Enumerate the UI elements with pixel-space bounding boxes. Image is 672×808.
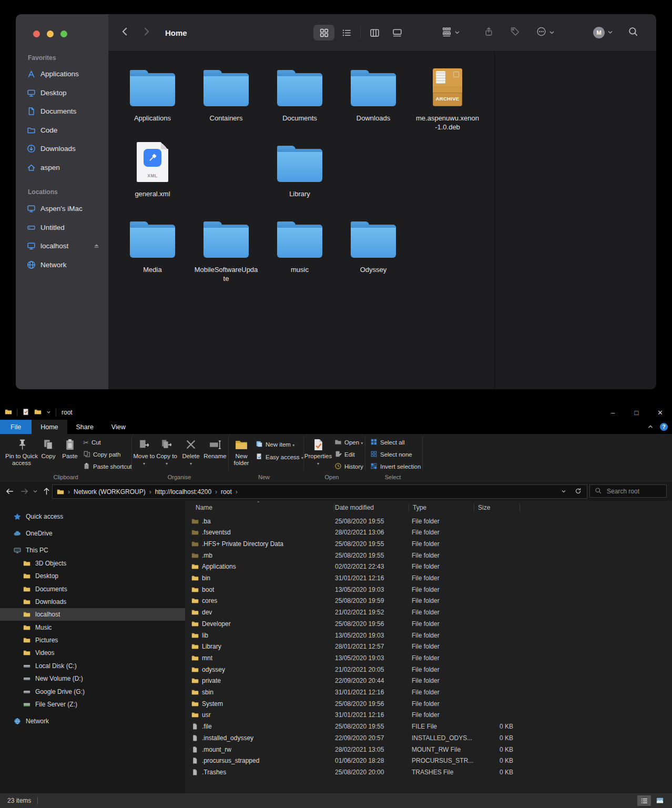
sidebar-item-desktop[interactable]: Desktop xyxy=(0,570,185,582)
minimize-ribbon-icon[interactable] xyxy=(647,422,654,432)
sidebar-item-desktop[interactable]: Desktop xyxy=(16,84,108,103)
maximize-icon[interactable]: □ xyxy=(625,405,648,420)
sidebar-item-file-server-z[interactable]: File Server (Z:) xyxy=(0,698,185,711)
file-row-developer[interactable]: Developer25/08/2020 19:56File folder xyxy=(185,618,672,629)
file-row-ba[interactable]: .ba25/08/2020 19:55File folder xyxy=(185,516,672,527)
back-icon[interactable] xyxy=(120,27,130,39)
sidebar-item-documents[interactable]: Documents xyxy=(16,102,108,121)
copy-button[interactable]: Copy xyxy=(38,436,59,460)
new-item-button[interactable]: New item ▾ xyxy=(256,439,294,450)
delete-button[interactable]: Delete▾ xyxy=(179,436,203,467)
file-row-usr[interactable]: usr31/01/2021 12:16File folder xyxy=(185,710,672,721)
column-header-size[interactable]: Size xyxy=(478,501,490,514)
file-row-library[interactable]: Library28/01/2021 12:57File folder xyxy=(185,641,672,652)
search-icon[interactable] xyxy=(628,26,638,39)
file-row-boot[interactable]: boot13/05/2020 19:03File folder xyxy=(185,584,672,595)
sidebar-item-new-volume-d[interactable]: New Volume (D:) xyxy=(0,672,185,685)
list-view-button[interactable] xyxy=(336,25,357,41)
gallery-view-button[interactable] xyxy=(386,25,408,41)
sidebar-item-downloads[interactable]: Downloads xyxy=(0,595,185,608)
sidebar-item-3d-objects[interactable]: 3D Objects xyxy=(0,557,185,570)
sidebar-item-localhost[interactable]: localhost xyxy=(16,237,108,256)
finder-item-odyssey[interactable]: Odyssey xyxy=(337,217,410,274)
file-row-system[interactable]: System25/08/2020 19:56File folder xyxy=(185,698,672,709)
finder-item-library[interactable]: Library xyxy=(263,141,337,198)
forward-icon[interactable] xyxy=(20,487,29,496)
finder-item-containers[interactable]: Containers xyxy=(189,65,263,123)
sidebar-item-network[interactable]: Network xyxy=(0,715,185,728)
finder-item-downloads[interactable]: Downloads xyxy=(337,65,410,123)
pin-to-quick-access-button[interactable]: Pin to Quick access xyxy=(3,436,40,467)
file-row-lib[interactable]: lib13/05/2020 19:03File folder xyxy=(185,630,672,641)
sort-indicator-icon[interactable]: ⌃ xyxy=(257,501,260,506)
sidebar-item-google-drive-g[interactable]: Google Drive (G:) xyxy=(0,685,185,698)
new-folder-button[interactable]: New folder xyxy=(229,436,253,467)
finder-item-applications[interactable]: Applications xyxy=(116,65,189,123)
sidebar-item-downloads[interactable]: Downloads xyxy=(16,139,108,158)
column-resize-handle[interactable] xyxy=(334,503,334,512)
sidebar-item-this-pc[interactable]: This PC xyxy=(0,544,185,557)
rename-button[interactable]: Rename xyxy=(203,436,227,460)
file-row-installed-odyssey[interactable]: .installed_odyssey22/09/2020 20:57INSTAL… xyxy=(185,732,672,743)
select-none-button[interactable]: Select none xyxy=(370,449,412,460)
file-row-sbin[interactable]: sbin31/01/2021 12:16File folder xyxy=(185,687,672,698)
sidebar-item-documents[interactable]: Documents xyxy=(0,583,185,595)
file-row-trashes[interactable]: .Trashes25/08/2020 20:00TRASHES File0 KB xyxy=(185,766,672,777)
file-row-cores[interactable]: cores25/08/2020 19:59File folder xyxy=(185,595,672,607)
column-header-date-modified[interactable]: Date modified xyxy=(335,501,374,514)
help-icon[interactable]: ? xyxy=(660,423,668,431)
group-by-icon[interactable] xyxy=(442,27,452,39)
zoom-icon[interactable] xyxy=(60,31,67,37)
avatar[interactable]: M xyxy=(593,27,605,38)
address-dropdown-icon[interactable] xyxy=(561,488,566,496)
paste-shortcut-button[interactable]: Paste shortcut xyxy=(83,461,132,472)
minimize-icon[interactable] xyxy=(47,31,54,37)
properties-button[interactable]: Properties▾ xyxy=(305,436,331,467)
finder-item-documents[interactable]: Documents xyxy=(263,65,337,123)
details-view-button[interactable] xyxy=(637,795,651,806)
sidebar-item-videos[interactable]: Videos xyxy=(0,647,185,659)
properties-quick-icon[interactable] xyxy=(22,408,29,417)
column-resize-handle[interactable] xyxy=(520,503,520,512)
file-row-file[interactable]: .file25/08/2020 19:55FILE File0 KB xyxy=(185,721,672,732)
recent-locations-icon[interactable] xyxy=(33,489,38,494)
icon-view-button[interactable] xyxy=(313,25,334,41)
finder-item-me-aspenuwu-xenon-1-0-deb[interactable]: ARCHIVEme.aspenuwu.xenon-1.0.deb xyxy=(411,65,484,132)
up-icon[interactable] xyxy=(42,487,51,496)
thumbnail-view-button[interactable] xyxy=(653,795,667,806)
file-row-hfs-private-directory-data[interactable]: .HFS+ Private Directory Data25/08/2020 1… xyxy=(185,538,672,549)
sidebar-item-music[interactable]: Music xyxy=(0,621,185,634)
sidebar-item-untitled[interactable]: Untitled xyxy=(16,218,108,237)
finder-item-music[interactable]: music xyxy=(263,217,337,274)
refresh-icon[interactable] xyxy=(575,488,582,496)
column-resize-handle[interactable] xyxy=(409,503,409,512)
breadcrumb-segment[interactable]: root xyxy=(221,488,232,496)
qat-dropdown-icon[interactable] xyxy=(46,409,51,416)
sidebar-item-localhost[interactable]: localhost xyxy=(0,608,185,621)
back-icon[interactable] xyxy=(5,487,14,496)
tab-view[interactable]: View xyxy=(103,420,135,434)
file-row-mb[interactable]: .mb25/08/2020 19:55File folder xyxy=(185,550,672,561)
file-row-private[interactable]: private22/09/2020 20:44File folder xyxy=(185,675,672,686)
copy-path-button[interactable]: Copy path xyxy=(83,449,120,460)
close-icon[interactable] xyxy=(33,31,40,37)
sidebar-item-quick-access[interactable]: Quick access xyxy=(0,510,185,523)
tab-file[interactable]: File xyxy=(0,420,32,434)
column-view-button[interactable] xyxy=(364,25,385,41)
column-header-type[interactable]: Type xyxy=(413,501,426,514)
sidebar-item-network[interactable]: Network xyxy=(16,256,108,275)
file-row-odyssey[interactable]: odyssey21/02/2021 20:05File folder xyxy=(185,664,672,675)
open-button[interactable]: Open ▾ xyxy=(334,437,363,448)
finder-item-media[interactable]: Media xyxy=(116,217,189,274)
select-all-button[interactable]: Select all xyxy=(370,437,405,448)
share-icon[interactable] xyxy=(484,27,494,39)
sidebar-item-code[interactable]: Code xyxy=(16,121,108,140)
file-row-dev[interactable]: dev21/02/2021 19:52File folder xyxy=(185,607,672,618)
sidebar-item-local-disk-c[interactable]: Local Disk (C:) xyxy=(0,660,185,672)
invert-selection-button[interactable]: Invert selection xyxy=(370,461,421,472)
search-box[interactable] xyxy=(589,484,667,498)
sidebar-item-applications[interactable]: Applications xyxy=(16,65,108,84)
address-field[interactable]: ›Network (WORKGROUP)›http://localhost:42… xyxy=(52,484,587,499)
column-resize-handle[interactable] xyxy=(474,503,474,512)
breadcrumb-segment[interactable]: http://localhost:4200 xyxy=(155,488,211,496)
